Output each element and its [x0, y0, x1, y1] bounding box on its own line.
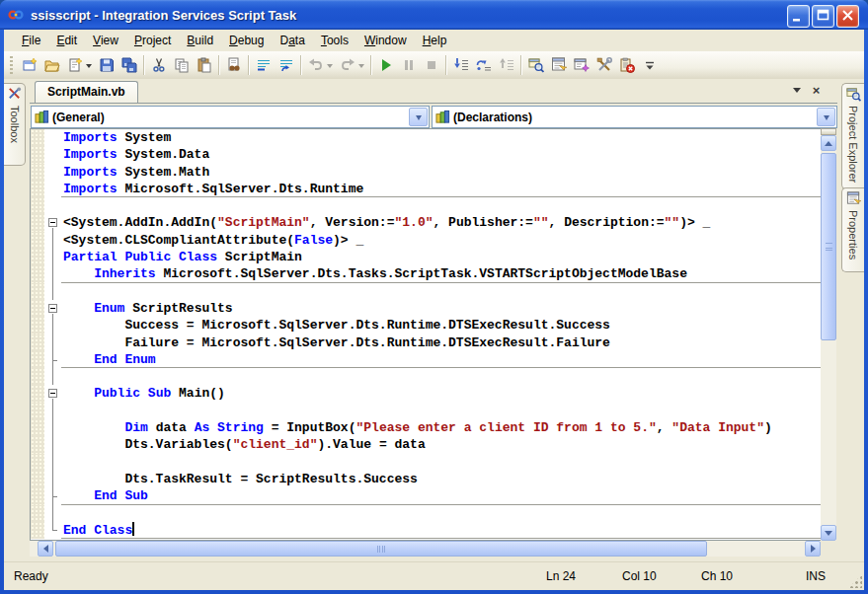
- find-button[interactable]: [222, 54, 245, 76]
- scroll-right-button[interactable]: [805, 541, 821, 557]
- code-text[interactable]: [61, 283, 821, 300]
- fold-toggle[interactable]: [48, 389, 57, 398]
- scroll-down-button[interactable]: [821, 525, 836, 541]
- code-text[interactable]: Imports System: [61, 129, 821, 146]
- indicator-margin[interactable]: [31, 368, 44, 385]
- menu-item-build[interactable]: Build: [179, 31, 221, 50]
- indicator-margin[interactable]: [31, 403, 44, 419]
- step-into-button[interactable]: [449, 54, 472, 76]
- declarations-dropdown[interactable]: (Declarations): [432, 106, 837, 128]
- code-text[interactable]: [61, 505, 821, 522]
- project-explorer-button[interactable]: [524, 54, 547, 76]
- code-text[interactable]: <System.AddIn.AddIn("ScriptMain", Versio…: [61, 214, 821, 231]
- menu-item-file[interactable]: File: [14, 31, 48, 50]
- code-text[interactable]: [61, 403, 821, 419]
- indicator-margin[interactable]: [31, 181, 44, 197]
- menu-item-debug[interactable]: Debug: [221, 31, 272, 50]
- vertical-scroll-thumb[interactable]: [821, 153, 836, 340]
- start-debug-button[interactable]: [374, 54, 397, 76]
- menu-item-project[interactable]: Project: [126, 31, 179, 50]
- objects-dropdown[interactable]: (General): [31, 106, 430, 128]
- code-text[interactable]: Inherits Microsoft.SqlServer.Dts.Tasks.S…: [61, 265, 821, 282]
- indicator-margin[interactable]: [31, 385, 44, 402]
- indicator-margin[interactable]: [31, 522, 44, 539]
- save-all-button[interactable]: [118, 54, 140, 76]
- menu-item-edit[interactable]: Edit: [48, 31, 85, 50]
- resize-grip[interactable]: [848, 574, 862, 588]
- menu-item-tools[interactable]: Tools: [313, 31, 356, 50]
- indicator-margin[interactable]: [31, 197, 44, 214]
- code-text[interactable]: Imports System.Data: [61, 146, 821, 163]
- menu-item-view[interactable]: View: [85, 31, 126, 50]
- fold-toggle[interactable]: [48, 218, 57, 227]
- menu-item-window[interactable]: Window: [356, 31, 415, 50]
- indicator-margin[interactable]: [31, 471, 44, 487]
- menu-item-help[interactable]: Help: [415, 31, 455, 50]
- step-over-button[interactable]: [472, 54, 495, 76]
- indicator-margin[interactable]: [31, 351, 44, 368]
- indicator-margin[interactable]: [31, 505, 44, 522]
- minimize-button[interactable]: [787, 5, 810, 28]
- scroll-left-button[interactable]: [38, 541, 53, 557]
- comment-block-button[interactable]: [252, 54, 275, 76]
- objects-dropdown-button[interactable]: [409, 108, 428, 126]
- indicator-margin[interactable]: [31, 146, 44, 163]
- indicator-margin[interactable]: [31, 454, 44, 471]
- fold-toggle[interactable]: [48, 304, 57, 313]
- indicator-margin[interactable]: [31, 214, 44, 231]
- properties-tab[interactable]: Properties: [841, 187, 864, 272]
- save-button[interactable]: [95, 54, 118, 76]
- close-button[interactable]: [836, 5, 859, 28]
- code-text[interactable]: <System.CLSCompliantAttribute(False)> _: [61, 232, 821, 249]
- indicator-margin[interactable]: [31, 334, 44, 351]
- toolbox-tab[interactable]: Toolbox: [4, 83, 26, 166]
- indicator-margin[interactable]: [31, 487, 44, 504]
- code-text[interactable]: Enum ScriptResults: [61, 300, 821, 317]
- scroll-up-button[interactable]: [821, 135, 836, 151]
- project-explorer-tab[interactable]: Project Explorer: [841, 83, 864, 189]
- vertical-scrollbar[interactable]: [821, 128, 836, 541]
- code-text[interactable]: [61, 368, 821, 385]
- code-text[interactable]: [61, 197, 821, 214]
- toolbar-grip[interactable]: [10, 56, 13, 74]
- object-browser-button[interactable]: [570, 54, 592, 76]
- horizontal-scroll-thumb[interactable]: [55, 541, 707, 557]
- code-text[interactable]: Success = Microsoft.SqlServer.Dts.Runtim…: [61, 317, 821, 334]
- indicator-margin[interactable]: [31, 300, 44, 317]
- indicator-margin[interactable]: [31, 265, 44, 282]
- cut-button[interactable]: [147, 54, 170, 76]
- code-text[interactable]: Dts.Variables("client_id").Value = data: [61, 436, 821, 453]
- split-handle[interactable]: [821, 128, 836, 135]
- copy-button[interactable]: [170, 54, 193, 76]
- maximize-button[interactable]: [812, 5, 834, 28]
- code-text[interactable]: [61, 454, 821, 471]
- code-text[interactable]: Failure = Microsoft.SqlServer.Dts.Runtim…: [61, 334, 821, 351]
- code-text[interactable]: Dts.TaskResult = ScriptResults.Success: [61, 471, 821, 487]
- declarations-dropdown-button[interactable]: [817, 108, 835, 126]
- horizontal-scrollbar[interactable]: [30, 541, 821, 557]
- code-text[interactable]: End Sub: [61, 487, 821, 504]
- indicator-margin[interactable]: [31, 129, 44, 146]
- active-files-dropdown-button[interactable]: [789, 83, 804, 98]
- close-document-button[interactable]: ×: [809, 83, 824, 98]
- code-text[interactable]: Dim data As String = InputBox("Please en…: [61, 419, 821, 436]
- indicator-margin[interactable]: [31, 317, 44, 334]
- code-text[interactable]: Imports System.Math: [61, 164, 821, 181]
- code-editor[interactable]: Imports SystemImports System.DataImports…: [30, 128, 821, 541]
- indicator-margin[interactable]: [31, 164, 44, 181]
- code-text[interactable]: Public Sub Main(): [61, 385, 821, 402]
- code-text[interactable]: Partial Public Class ScriptMain: [61, 249, 821, 265]
- indicator-margin[interactable]: [31, 249, 44, 265]
- paste-button[interactable]: [193, 54, 215, 76]
- new-project-button[interactable]: [18, 54, 40, 76]
- code-text[interactable]: End Class: [61, 522, 821, 539]
- uncomment-block-button[interactable]: [275, 54, 297, 76]
- title-bar[interactable]: ssisscript - Integration Services Script…: [0, 0, 868, 30]
- indicator-margin[interactable]: [31, 436, 44, 453]
- document-tab-scriptmain[interactable]: ScriptMain.vb: [35, 81, 138, 103]
- indicator-margin[interactable]: [31, 232, 44, 249]
- code-text[interactable]: End Enum: [61, 351, 821, 368]
- indicator-margin[interactable]: [31, 419, 44, 436]
- error-list-button[interactable]: [615, 54, 638, 76]
- tools-button[interactable]: [592, 54, 615, 76]
